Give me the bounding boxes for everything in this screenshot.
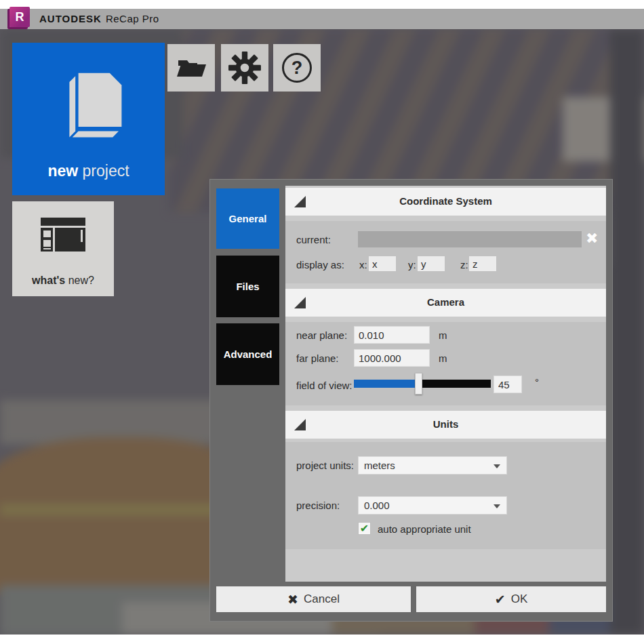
- axis-x-label: x:: [359, 259, 367, 270]
- app-screen: R AUTODESKReCap Pro: [0, 0, 644, 644]
- degree-unit: °: [535, 376, 539, 388]
- coordinate-system-body: current: ✖ display as: x: y: z:: [285, 221, 606, 283]
- ok-button[interactable]: ✔ OK: [416, 586, 606, 612]
- project-units-label: project units:: [296, 460, 354, 471]
- current-label: current:: [296, 234, 331, 245]
- new-project-label: new project: [12, 162, 165, 180]
- chevron-down-icon: [494, 464, 500, 468]
- axis-y-label: y:: [408, 259, 416, 270]
- new-project-label-regular: project: [78, 162, 129, 180]
- folder-open-icon: [175, 54, 207, 81]
- near-plane-unit: m: [439, 329, 447, 341]
- slider-handle[interactable]: [415, 373, 422, 395]
- help-button[interactable]: ?: [273, 44, 321, 92]
- auto-unit-label: auto appropriate unit: [378, 523, 471, 535]
- units-title: Units: [285, 418, 606, 430]
- tab-files[interactable]: Files: [216, 256, 279, 317]
- whats-new-window-icon: [41, 218, 85, 251]
- new-project-tile[interactable]: new project: [12, 43, 165, 195]
- chevron-down-icon: [494, 504, 500, 508]
- axis-z-label: z:: [460, 259, 468, 270]
- gear-icon: [228, 51, 262, 85]
- display-as-label: display as:: [296, 259, 344, 270]
- tab-general[interactable]: General: [216, 188, 279, 249]
- whats-new-tile[interactable]: what's new?: [12, 201, 114, 296]
- near-plane-label: near plane:: [296, 329, 347, 341]
- camera-title: Camera: [285, 296, 606, 308]
- field-of-view-slider[interactable]: [354, 380, 491, 388]
- clear-coordinate-icon[interactable]: ✖: [586, 230, 598, 247]
- tab-advanced[interactable]: Advanced: [216, 323, 279, 385]
- axis-z-input[interactable]: [469, 256, 496, 271]
- brand-product: ReCap Pro: [106, 13, 159, 24]
- project-units-dropdown[interactable]: meters: [358, 456, 507, 475]
- whats-new-label: what's new?: [12, 275, 114, 287]
- units-header[interactable]: Units: [285, 411, 606, 439]
- current-coordinate-input[interactable]: [358, 231, 582, 247]
- checkmark-icon: ✔: [360, 523, 369, 534]
- camera-body: near plane: m far plane: m field of view…: [285, 322, 606, 405]
- precision-label: precision:: [296, 500, 340, 511]
- settings-dialog: General Files Advanced Coordinate System…: [210, 180, 612, 621]
- slider-rest: [418, 380, 491, 388]
- field-of-view-label: field of view:: [296, 380, 353, 391]
- ok-button-label: OK: [511, 592, 528, 606]
- close-x-icon: ✖: [287, 592, 298, 607]
- axis-x-input[interactable]: [369, 256, 396, 271]
- coordinate-system-title: Coordinate System: [285, 195, 606, 207]
- coordinate-system-header[interactable]: Coordinate System: [285, 188, 606, 216]
- settings-content: Coordinate System current: ✖ display as:…: [285, 186, 606, 582]
- cancel-button[interactable]: ✖ Cancel: [216, 586, 411, 612]
- question-mark-icon: ?: [282, 53, 312, 83]
- field-of-view-input[interactable]: [494, 376, 522, 393]
- new-project-label-bold: new: [47, 162, 78, 180]
- whats-new-label-regular: new?: [65, 275, 94, 286]
- recap-logo-icon: R: [9, 7, 30, 27]
- slider-fill: [354, 380, 418, 388]
- brand-autodesk: AUTODESK: [39, 13, 102, 24]
- precision-dropdown[interactable]: 0.000: [358, 496, 507, 515]
- units-body: project units: meters precision: 0.000 ✔…: [285, 442, 606, 549]
- whats-new-label-bold: what's: [32, 275, 65, 286]
- auto-unit-checkbox[interactable]: ✔: [358, 522, 371, 535]
- title-bar: R AUTODESKReCap Pro: [0, 9, 644, 29]
- project-units-value: meters: [364, 460, 395, 471]
- far-plane-unit: m: [439, 353, 447, 364]
- settings-button[interactable]: [221, 44, 268, 92]
- far-plane-label: far plane:: [296, 353, 339, 364]
- precision-value: 0.000: [364, 500, 390, 511]
- near-plane-input[interactable]: [354, 326, 430, 344]
- app-title: AUTODESKReCap Pro: [39, 9, 159, 29]
- axis-y-input[interactable]: [418, 256, 445, 271]
- camera-header[interactable]: Camera: [285, 289, 606, 317]
- check-icon: ✔: [495, 592, 506, 607]
- open-project-button[interactable]: [167, 44, 215, 92]
- cancel-button-label: Cancel: [304, 592, 340, 606]
- far-plane-input[interactable]: [354, 349, 430, 367]
- new-document-icon: [52, 67, 126, 142]
